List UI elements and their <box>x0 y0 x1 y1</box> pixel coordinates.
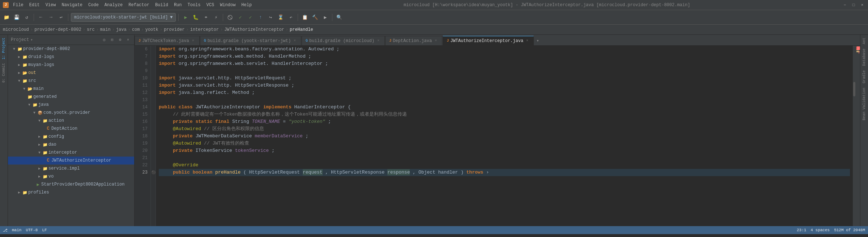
debug-button[interactable]: 🐛 <box>191 13 200 22</box>
tree-item-vo[interactable]: ▶ 📁 vo <box>8 172 134 180</box>
collapse-all-icon[interactable]: ⊟ <box>109 37 115 43</box>
tree-item-startapp[interactable]: ▶ StartProviderDept8002Application <box>8 180 134 188</box>
menu-refactor[interactable]: Refactor <box>128 3 149 8</box>
tab-build-microcloud[interactable]: G build.gradle (microcloud) × <box>302 36 385 45</box>
bean-validation-panel[interactable]: Bean Validation <box>861 86 867 122</box>
menu-run[interactable]: Run <box>174 3 182 8</box>
annotate-button[interactable]: 📋 <box>301 13 309 22</box>
scrollbar-thumb[interactable] <box>853 82 855 96</box>
tab-close-deptaction[interactable]: × <box>433 38 438 43</box>
build-config-dropdown[interactable]: microcloud:yootk-starter-jwt [build] ▼ <box>71 13 176 22</box>
menu-navigate[interactable]: Navigate <box>61 3 82 8</box>
back-button[interactable]: ← <box>37 13 45 22</box>
project-tab[interactable]: 1: Project <box>1 36 7 61</box>
window-controls[interactable]: − □ × <box>842 2 865 8</box>
tree-item-provider-dept[interactable]: ▼ 📁 provider-dept-8002 <box>8 45 134 53</box>
tab-deptaction[interactable]: J DeptAction.java × <box>385 36 442 45</box>
run2-button[interactable]: ▶ <box>321 13 329 22</box>
tree-item-main[interactable]: ▼ 📂 main <box>8 85 134 93</box>
tree-item-interceptor[interactable]: ▼ 📁 interceptor <box>8 149 134 157</box>
vertical-scrollbar[interactable] <box>853 46 856 226</box>
profile-button[interactable]: ⚡ <box>212 13 220 22</box>
menu-tools[interactable]: Tools <box>188 3 201 8</box>
breadcrumb-java[interactable]: java <box>116 27 127 32</box>
ant-panel[interactable]: Ant <box>861 36 867 46</box>
hide-panel-icon[interactable]: × <box>125 37 131 43</box>
breadcrumb-main[interactable]: main <box>100 27 111 32</box>
tab-close-build-yootk[interactable]: × <box>292 38 297 43</box>
breadcrumb-src[interactable]: src <box>87 27 95 32</box>
locate-file-icon[interactable]: ◎ <box>101 37 107 43</box>
gradle-panel[interactable]: Gradle <box>861 69 867 85</box>
minimize-button[interactable]: − <box>842 2 848 8</box>
tree-item-config[interactable]: ▶ 📁 config <box>8 133 134 141</box>
tree-item-com-yootk[interactable]: ▼ 📦 com.yootk.provider <box>8 109 134 117</box>
menu-analyze[interactable]: Analyze <box>105 3 123 8</box>
git-icon[interactable] <box>226 13 234 22</box>
menu-bar[interactable]: File Edit View Navigate Code Analyze Ref… <box>13 3 252 8</box>
breadcrumb-com[interactable]: com <box>132 27 140 32</box>
menu-file[interactable]: File <box>13 3 24 8</box>
tab-close-jwt[interactable]: × <box>525 38 530 43</box>
menu-window[interactable]: Window <box>220 3 235 8</box>
revert-button[interactable]: ↩ <box>57 13 65 22</box>
menu-code[interactable]: Code <box>88 3 99 8</box>
tree-item-deptaction[interactable]: C DeptAction <box>8 125 134 133</box>
breadcrumb-interceptor[interactable]: interceptor <box>190 27 219 32</box>
settings-icon[interactable]: ⚙ <box>117 37 123 43</box>
status-position[interactable]: 23:1 <box>797 228 806 232</box>
git-checkmark-2[interactable]: ✓ <box>246 13 255 22</box>
status-encoding[interactable]: UTF-8 <box>26 228 38 232</box>
search-button[interactable]: 🔍 <box>335 13 344 22</box>
refresh-button[interactable]: ↺ <box>22 13 31 22</box>
tree-item-druid-logs[interactable]: ▶ 📁 druid-logs <box>8 53 134 61</box>
breadcrumb-yootk[interactable]: yootk <box>145 27 158 32</box>
tree-item-src[interactable]: ▼ 📁 src <box>8 77 134 85</box>
tree-item-java[interactable]: ▼ 📁 java <box>8 101 134 109</box>
forward-button[interactable]: → <box>47 13 55 22</box>
breadcrumb-provider[interactable]: provider <box>164 27 185 32</box>
status-line-ending[interactable]: LF <box>42 228 47 232</box>
tree-item-action[interactable]: ▼ 📁 action <box>8 117 134 125</box>
tree-item-muyan-logs[interactable]: ▶ 📁 muyan-logs <box>8 61 134 69</box>
run-button[interactable]: ▶ <box>181 13 190 22</box>
menu-view[interactable]: View <box>46 3 56 8</box>
breadcrumb-class[interactable]: JWTAuthorizeInterceptor <box>224 27 284 32</box>
tree-item-dao[interactable]: ▶ 📁 dao <box>8 141 134 149</box>
push-button[interactable]: ↑ <box>256 13 265 22</box>
tree-item-generated[interactable]: 📁 generated <box>8 93 134 101</box>
code-area[interactable]: import org.springframework.beans.factory… <box>156 46 853 226</box>
tab-jwt-interceptor[interactable]: J JWTAuthorizeInterceptor.java × <box>443 36 534 45</box>
status-indent[interactable]: 4 spaces <box>810 228 830 232</box>
database-panel[interactable]: Database <box>861 47 867 67</box>
tab-close-build-micro[interactable]: × <box>376 38 381 43</box>
build2-button[interactable]: 🔨 <box>311 13 319 22</box>
git-branch-label[interactable]: main <box>12 228 21 232</box>
commit-tab[interactable]: 0: Commit <box>1 62 7 84</box>
tree-item-service-impl[interactable]: ▶ 📁 service.impl <box>8 165 134 172</box>
tree-item-out[interactable]: ▶ 📂 out <box>8 69 134 77</box>
tab-jwtchecktoken[interactable]: J JWTCheckToken.java × <box>135 36 200 45</box>
menu-vcs[interactable]: VCS <box>207 3 214 8</box>
menu-edit[interactable]: Edit <box>29 3 40 8</box>
revert-vcs-button[interactable]: ↪ <box>266 13 275 22</box>
coverage-button[interactable]: ☂ <box>201 13 210 22</box>
tree-item-profiles[interactable]: ▶ 📁 profiles <box>8 188 134 196</box>
tab-overflow-btn[interactable]: ▾ <box>534 36 541 45</box>
maximize-button[interactable]: □ <box>851 2 856 8</box>
close-button[interactable]: × <box>859 2 865 8</box>
breadcrumb-method[interactable]: preHandle <box>290 27 313 32</box>
tab-close-jwtcheck[interactable]: × <box>191 38 196 43</box>
rollback-button[interactable]: ↶ <box>286 13 295 22</box>
menu-help[interactable]: Help <box>241 3 252 8</box>
menu-build[interactable]: Build <box>155 3 168 8</box>
panel-dropdown-icon[interactable]: ▾ <box>30 38 33 42</box>
tree-item-jwt-interceptor[interactable]: C JWTAuthorizeInterceptor <box>8 157 134 165</box>
history-button[interactable]: ⌛ <box>276 13 285 22</box>
tab-build-yootk[interactable]: G build.gradle (yootk-starter-jwt) × <box>200 36 301 45</box>
save-button[interactable]: 💾 <box>12 13 21 22</box>
open-file-button[interactable]: 📁 <box>2 13 11 22</box>
breadcrumb-microcloud[interactable]: microcloud <box>3 27 29 32</box>
git-checkmark-1[interactable]: ✓ <box>236 13 244 22</box>
breadcrumb-provider-dept[interactable]: provider-dept-8002 <box>34 27 81 32</box>
